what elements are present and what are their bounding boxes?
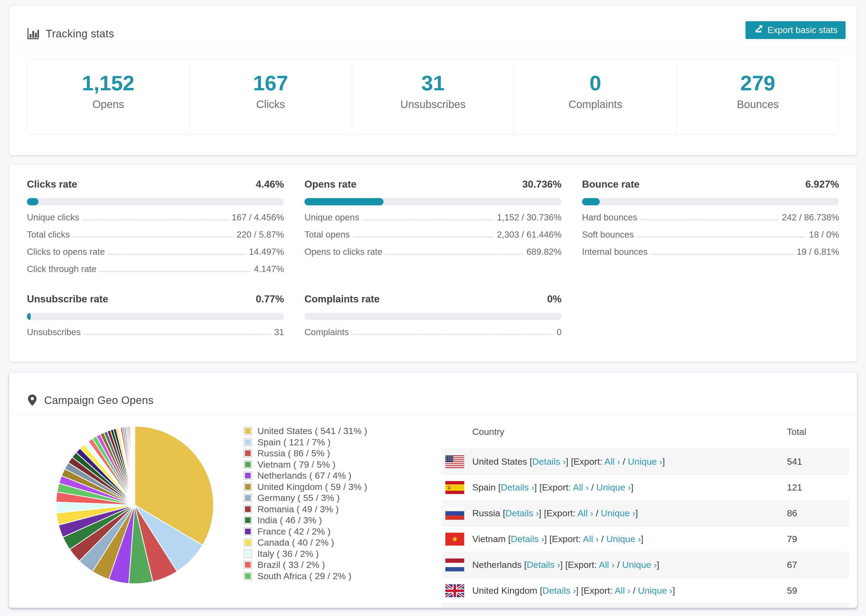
- summary-label: Clicks: [256, 98, 285, 110]
- legend-item: Romania ( 49 / 3% ): [244, 504, 367, 515]
- map-pin-icon: [27, 394, 38, 407]
- stat-row: Complaints0: [304, 327, 562, 337]
- stat-row: Total opens2,303 / 61.446%: [304, 229, 562, 240]
- rate-title: Clicks rate: [27, 179, 77, 190]
- total-column-header: Total: [787, 426, 849, 437]
- export-all-link[interactable]: All ›: [614, 585, 630, 596]
- rate-title: Complaints rate: [304, 294, 380, 305]
- export-unique-link[interactable]: Unique ›: [596, 482, 631, 492]
- geo-table-row: Vietnam [Details ›] [Export: All › / Uni…: [441, 526, 849, 552]
- total-cell: 67: [787, 559, 849, 570]
- export-basic-stats-button[interactable]: Export basic stats: [746, 21, 846, 39]
- rate-block: Opens rate30.736%Unique opens1,152 / 30.…: [304, 179, 562, 274]
- rates-card: Clicks rate4.46%Unique clicks167 / 4.456…: [9, 165, 857, 362]
- export-all-link[interactable]: All ›: [583, 534, 599, 544]
- rate-block: Complaints rate0%Complaints0: [304, 294, 562, 337]
- stat-row: Unique opens1,152 / 30.736%: [304, 212, 562, 223]
- country-name: Spain: [472, 482, 496, 492]
- rate-progress-bar: [304, 198, 562, 205]
- legend-label: Canada ( 40 / 2% ): [257, 537, 334, 548]
- export-unique-link[interactable]: Unique ›: [638, 585, 672, 596]
- summary-box-bounces: 279Bounces: [677, 60, 839, 134]
- export-all-link[interactable]: All ›: [573, 482, 589, 492]
- details-link[interactable]: Details ›: [542, 585, 576, 596]
- tracking-stats-card: Tracking stats Export basic stats 1,152O…: [9, 5, 857, 156]
- legend-swatch: [244, 427, 252, 435]
- stat-row: Click through rate4.147%: [27, 264, 284, 274]
- legend-swatch: [244, 572, 252, 580]
- country-cell: Spain [Details ›] [Export: All › / Uniqu…: [472, 482, 787, 493]
- legend-label: United States ( 541 / 31% ): [257, 426, 367, 436]
- export-unique-link[interactable]: Unique ›: [606, 534, 641, 544]
- export-unique-link[interactable]: Unique ›: [601, 508, 636, 518]
- legend-label: Spain ( 121 / 7% ): [257, 437, 331, 448]
- country-column-header: Country: [472, 426, 787, 437]
- country-cell: Russia [Details ›] [Export: All › / Uniq…: [472, 508, 787, 519]
- stat-row: Total clicks220 / 5.87%: [27, 229, 284, 240]
- details-link[interactable]: Details ›: [527, 559, 560, 570]
- export-all-link[interactable]: All ›: [604, 456, 620, 467]
- legend-swatch: [244, 471, 252, 480]
- vn-flag-icon: [446, 533, 464, 545]
- country-name: Russia: [472, 508, 500, 518]
- rate-title: Bounce rate: [582, 179, 639, 190]
- legend-item: Italy ( 36 / 2% ): [244, 548, 367, 559]
- rate-title: Unsubscribe rate: [27, 294, 108, 305]
- legend-label: India ( 46 / 3% ): [257, 515, 322, 525]
- geo-table-row: United Kingdom [Details ›] [Export: All …: [441, 578, 849, 603]
- rate-block: Clicks rate4.46%Unique clicks167 / 4.456…: [27, 179, 284, 274]
- export-all-link[interactable]: All ›: [578, 508, 593, 518]
- stat-row: Soft bounces18 / 0%: [582, 229, 839, 240]
- details-link[interactable]: Details ›: [511, 534, 544, 544]
- export-icon: [754, 24, 763, 36]
- rate-block: Unsubscribe rate0.77%Unsubscribes31: [27, 294, 284, 337]
- geo-table-row: Netherlands [Details ›] [Export: All › /…: [441, 552, 849, 578]
- legend-label: Russia ( 86 / 5% ): [257, 448, 330, 459]
- geo-opens-legend: United States ( 541 / 31% )Spain ( 121 /…: [244, 426, 367, 581]
- legend-swatch: [244, 561, 252, 569]
- geo-table-row: Germany [Details ›] [Export: All › / Uni…: [441, 603, 849, 608]
- rate-title: Opens rate: [304, 179, 356, 190]
- nl-flag-icon: [446, 558, 464, 571]
- rate-value: 30.736%: [522, 179, 562, 190]
- total-cell: 59: [787, 585, 849, 596]
- legend-item: Vietnam ( 79 / 5% ): [244, 459, 367, 470]
- stat-row: Unsubscribes31: [27, 327, 284, 337]
- tracking-stats-header: Tracking stats Export basic stats: [9, 6, 857, 48]
- page: Tracking stats Export basic stats 1,152O…: [0, 0, 866, 616]
- country-cell: United Kingdom [Details ›] [Export: All …: [472, 585, 787, 596]
- country-name: Netherlands: [472, 559, 521, 570]
- legend-label: Vietnam ( 79 / 5% ): [257, 459, 335, 470]
- us-flag-icon: [446, 455, 464, 468]
- legend-item: Canada ( 40 / 2% ): [244, 537, 367, 548]
- geo-table-row: Russia [Details ›] [Export: All › / Uniq…: [441, 500, 849, 526]
- legend-swatch: [244, 483, 252, 491]
- es-flag-icon: [446, 481, 464, 494]
- total-cell: 121: [787, 482, 849, 493]
- stat-row: Hard bounces242 / 86.738%: [582, 212, 839, 223]
- rate-progress-bar: [582, 198, 839, 205]
- rate-value: 4.46%: [256, 179, 284, 190]
- total-cell: 86: [787, 508, 849, 519]
- export-all-link[interactable]: All ›: [599, 559, 615, 570]
- details-link[interactable]: Details ›: [501, 482, 534, 492]
- export-unique-link[interactable]: Unique ›: [628, 456, 663, 467]
- geo-table-row: United States [Details ›] [Export: All ›…: [441, 449, 849, 475]
- geo-opens-table: Country Total United States [Details ›] …: [441, 415, 849, 608]
- summary-box-complaints: 0Complaints: [514, 60, 677, 134]
- country-cell: United States [Details ›] [Export: All ›…: [472, 456, 787, 467]
- bar-chart-icon: [27, 28, 39, 40]
- legend-swatch: [244, 438, 252, 446]
- export-unique-link[interactable]: Unique ›: [622, 559, 657, 570]
- legend-swatch: [244, 527, 252, 536]
- stat-row: Opens to clicks rate689.82%: [304, 247, 562, 257]
- details-link[interactable]: Details ›: [505, 508, 539, 518]
- country-name: United States: [472, 456, 527, 467]
- legend-label: South Africa ( 29 / 2% ): [257, 571, 351, 581]
- legend-label: Germany ( 55 / 3% ): [257, 493, 340, 503]
- summary-value: 31: [422, 72, 445, 94]
- summary-box-unsubscribes: 31Unsubscribes: [352, 60, 515, 134]
- legend-item: South Africa ( 29 / 2% ): [244, 570, 367, 582]
- rate-progress-bar: [27, 198, 284, 205]
- details-link[interactable]: Details ›: [532, 456, 566, 467]
